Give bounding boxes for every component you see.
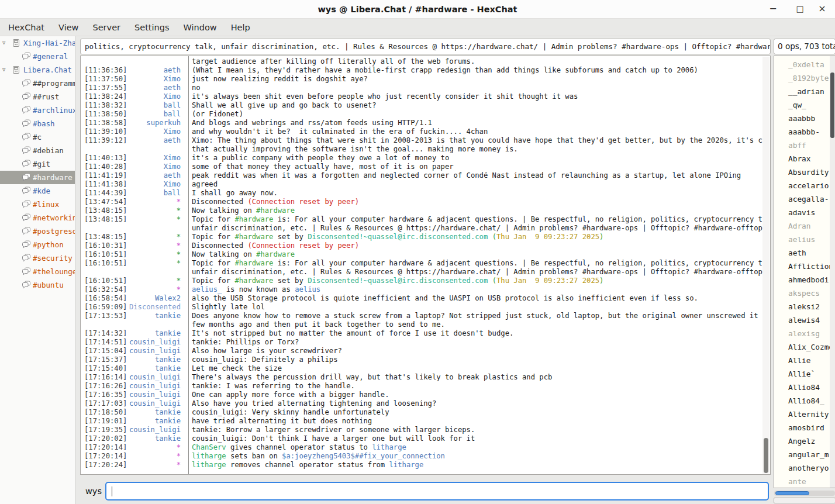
sidebar-item--kde[interactable]: #kde xyxy=(0,184,75,198)
user-list-item[interactable]: alexisg xyxy=(774,327,830,340)
user-list-item[interactable]: Alix_Cozmo xyxy=(774,340,830,354)
channel-icon xyxy=(22,227,31,235)
message-segment: (Connection reset by peer) xyxy=(247,198,359,206)
menu-window[interactable]: Window xyxy=(177,19,224,36)
user-list-item[interactable]: Abrax xyxy=(774,152,830,165)
sidebar-item-label: #git xyxy=(33,157,75,171)
user-list-item[interactable]: aaabbb xyxy=(774,112,830,125)
menu-hexchat[interactable]: HexChat xyxy=(1,19,51,36)
menu-server[interactable]: Server xyxy=(85,19,127,36)
message-segment: (or Fidonet) xyxy=(192,110,243,118)
user-list-hscrollbar[interactable] xyxy=(774,491,835,496)
nick: ball xyxy=(127,189,185,198)
user-list-item[interactable]: __adrian xyxy=(774,85,830,98)
user-list-item[interactable]: _8192byte xyxy=(774,71,830,85)
user-list-item[interactable]: aelius xyxy=(774,233,830,246)
user-list-item[interactable]: aeth xyxy=(774,246,830,260)
user-list-item[interactable]: Allio84 xyxy=(774,381,830,394)
message-segment: peak reddit was when it was a forgotten … xyxy=(192,171,741,179)
user-list-item[interactable]: Allie` xyxy=(774,367,830,381)
user-list-item[interactable]: aleksi2 xyxy=(774,300,830,313)
sidebar-item-libera-chat[interactable]: ▽Libera.Chat xyxy=(0,63,75,77)
nick: Ximo xyxy=(127,180,185,189)
user-list-item[interactable]: Allie xyxy=(774,354,830,367)
user-list-item[interactable]: acegalla- xyxy=(774,192,830,206)
window-title: wys @ Libera.Chat / #hardware - HexChat xyxy=(0,0,835,19)
nick: * xyxy=(127,452,185,461)
user-list-item[interactable]: Allio84_ xyxy=(774,394,830,408)
message-segment: also the USB Storage protocol is quiote … xyxy=(192,294,698,302)
expander-icon[interactable]: ▽ xyxy=(2,63,5,77)
user-list-item[interactable]: Angelz xyxy=(774,434,830,448)
sidebar-item--rust[interactable]: ##rust xyxy=(0,90,75,103)
sidebar-item--postgresql[interactable]: #postgresql xyxy=(0,225,75,238)
sidebar-item--linux[interactable]: #linux xyxy=(0,198,75,211)
timestamp: [17:19:01] xyxy=(81,417,127,426)
close-icon[interactable]: × xyxy=(813,0,831,19)
sidebar-item--python[interactable]: #python xyxy=(0,238,75,251)
message-segment: Disconsented!~quassel@irc.disconsented.c… xyxy=(308,233,488,241)
message-segment: Now talking on xyxy=(192,206,256,215)
sidebar-item--ubuntu[interactable]: #ubuntu xyxy=(0,278,75,292)
chat-scrollbar-thumb[interactable] xyxy=(764,438,768,473)
user-list-item[interactable]: angular_m xyxy=(774,448,830,461)
sidebar-item-xing-hai-zhan[interactable]: ▽Xing-Hai-Zhan xyxy=(0,36,75,50)
maximize-icon[interactable]: □ xyxy=(791,0,809,19)
chat-scrollbar[interactable] xyxy=(762,57,770,474)
menu-view[interactable]: View xyxy=(51,19,85,36)
user-list-item[interactable]: ahmedbodi xyxy=(774,273,830,286)
message-input[interactable] xyxy=(105,482,769,500)
chat-line: [11:38:24]Ximoit's always been shit even… xyxy=(81,92,762,101)
user-list-item[interactable]: _qw_ xyxy=(774,98,830,112)
sidebar-item--archlinux[interactable]: #archlinux xyxy=(0,103,75,117)
timestamp: [17:20:24] xyxy=(81,461,127,470)
user-list: _0xdelta_8192byte__adrian_qw_aaabbbaaabb… xyxy=(774,56,835,488)
sidebar-item--git[interactable]: #git xyxy=(0,157,75,171)
sidebar-item--hardware[interactable]: #hardware xyxy=(0,171,75,184)
message: tankie: Phillips or Torx? xyxy=(185,338,762,347)
chat-line: [13:47:54]*Disconnected (Connection rese… xyxy=(81,198,762,206)
message-segment: some of that money they actually have, m… xyxy=(192,163,454,171)
message-segment: Also how large is your screwdriver? xyxy=(192,347,342,355)
chat-line: [17:16:14]cousin_luigiThere's always the… xyxy=(81,373,762,382)
menu-help[interactable]: Help xyxy=(224,19,257,36)
user-list-hscrollbar-thumb[interactable] xyxy=(775,491,809,495)
user-list-item[interactable]: _0xdelta xyxy=(774,58,830,71)
sidebar-item--debian[interactable]: #debian xyxy=(0,144,75,157)
user-list-item[interactable]: amosbird xyxy=(774,421,830,434)
timestamp: [17:18:50] xyxy=(81,408,127,417)
message: target audience after killing off litera… xyxy=(185,57,762,66)
sidebar-item--thelounge[interactable]: #thelounge xyxy=(0,265,75,278)
user-list-item[interactable]: anotheryo xyxy=(774,461,830,475)
topic-bar[interactable]: politics, cryptocurrency talk, unfair di… xyxy=(80,39,771,54)
chat-line: [11:38:50]ball(or Fidonet) xyxy=(81,110,762,119)
minimize-icon[interactable]: − xyxy=(764,0,782,19)
sidebar-item--programming[interactable]: ##programming xyxy=(0,77,75,90)
sidebar-item--networking[interactable]: #networking xyxy=(0,211,75,225)
user-list-item[interactable]: ante xyxy=(774,475,830,488)
user-list-item[interactable]: aaabbb- xyxy=(774,125,830,139)
user-list-item[interactable]: Absurdity xyxy=(774,165,830,179)
message: cousin_luigi: Very skinny handle unfortu… xyxy=(185,408,762,417)
user-list-item[interactable]: akspecs xyxy=(774,286,830,300)
user-list-item[interactable]: abff xyxy=(774,139,830,152)
sidebar-item--general[interactable]: #general xyxy=(0,50,75,63)
user-list-item[interactable]: accelario xyxy=(774,179,830,192)
expander-icon[interactable]: ▽ xyxy=(2,36,5,50)
timestamp: [11:38:50] xyxy=(81,110,127,119)
sidebar-item--bash[interactable]: #bash xyxy=(0,117,75,130)
user-list-item[interactable]: Alternity xyxy=(774,408,830,421)
chat-line: [17:20:14]*ChanServ gives channel operat… xyxy=(81,443,762,452)
message: Also have you tried alternating tighteni… xyxy=(185,399,762,408)
user-list-item[interactable]: Affliction xyxy=(774,260,830,273)
sidebar-item--security[interactable]: #security xyxy=(0,251,75,265)
menu-settings[interactable]: Settings xyxy=(127,19,176,36)
user-list-scrollbar[interactable] xyxy=(830,56,835,488)
user-list-scrollbar-thumb[interactable] xyxy=(830,73,834,138)
chat-line: [11:41:38]Ximoagreed xyxy=(81,180,762,189)
user-list-item[interactable]: alewis4 xyxy=(774,313,830,327)
user-list-item[interactable]: adavis xyxy=(774,206,830,219)
timestamp: [11:44:39] xyxy=(81,189,127,198)
user-list-item[interactable]: Adran xyxy=(774,219,830,233)
sidebar-item--c[interactable]: #c xyxy=(0,130,75,144)
